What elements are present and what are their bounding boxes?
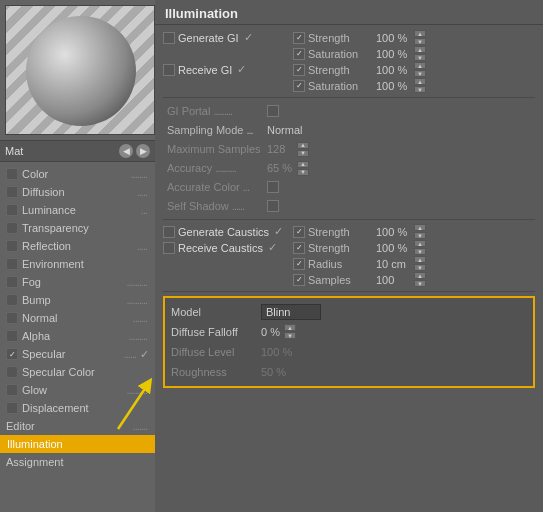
environment-check[interactable] — [6, 258, 18, 270]
radius-stepper[interactable]: ▲ ▼ — [414, 256, 426, 271]
stepper-down6[interactable]: ▼ — [297, 169, 309, 176]
generate-gi-icon: ✓ — [244, 31, 253, 44]
gen-gi-strength-check[interactable] — [293, 32, 305, 44]
stepper-up11[interactable]: ▲ — [284, 324, 296, 331]
gi-portal-checkbox[interactable] — [267, 105, 279, 117]
sidebar-item-assignment[interactable]: Assignment — [0, 453, 155, 471]
stepper-up[interactable]: ▲ — [414, 30, 426, 37]
sidebar-item-displacement[interactable]: Displacement — [0, 399, 155, 417]
model-value[interactable]: Blinn — [261, 304, 321, 320]
gen-gi-sat-stepper[interactable]: ▲ ▼ — [414, 46, 426, 61]
receive-gi-label: Receive GI — [178, 64, 232, 76]
max-samples-stepper[interactable]: ▲ ▼ — [297, 142, 309, 157]
reflection-check[interactable] — [6, 240, 18, 252]
recv-gi-strength-stepper[interactable]: ▲ ▼ — [414, 62, 426, 77]
recv-caus-str-label: Strength — [308, 242, 373, 254]
normal-check[interactable] — [6, 312, 18, 324]
sidebar-item-bump[interactable]: Bump .......... — [0, 291, 155, 309]
stepper-up7[interactable]: ▲ — [414, 224, 426, 231]
displacement-check[interactable] — [6, 402, 18, 414]
prev-icon[interactable]: ◀ — [119, 144, 133, 158]
stepper-down11[interactable]: ▼ — [284, 332, 296, 339]
gi-portal-label: GI Portal ......... — [167, 105, 267, 117]
sidebar-item-alpha[interactable]: Alpha ......... — [0, 327, 155, 345]
specular-color-check[interactable] — [6, 366, 18, 378]
sidebar-item-fog[interactable]: Fog .......... — [0, 273, 155, 291]
receive-gi-checkbox[interactable] — [163, 64, 175, 76]
glow-check[interactable] — [6, 384, 18, 396]
gen-gi-sat-group: Saturation 100 % ▲ ▼ — [293, 46, 426, 61]
generate-gi-checkbox[interactable] — [163, 32, 175, 44]
recv-gi-sat-check[interactable] — [293, 80, 305, 92]
recv-gi-strength-val: 100 % — [376, 64, 411, 76]
gen-gi-strength-val: 100 % — [376, 32, 411, 44]
recv-caustics-checkbox[interactable] — [163, 242, 175, 254]
gen-gi-strength-stepper[interactable]: ▲ ▼ — [414, 30, 426, 45]
accuracy-stepper[interactable]: ▲ ▼ — [297, 161, 309, 176]
next-icon[interactable]: ▶ — [136, 144, 150, 158]
sidebar-item-normal[interactable]: Normal ....... — [0, 309, 155, 327]
samples-check[interactable] — [293, 274, 305, 286]
self-shadow-label: Self Shadow ...... — [167, 200, 267, 212]
self-shadow-row: Self Shadow ...... — [163, 197, 535, 215]
sidebar-item-reflection[interactable]: Reflection ..... — [0, 237, 155, 255]
sidebar-item-luminance[interactable]: Luminance ... — [0, 201, 155, 219]
stepper-down7[interactable]: ▼ — [414, 232, 426, 239]
sidebar-item-illumination[interactable]: Illumination — [0, 435, 155, 453]
stepper-down4[interactable]: ▼ — [414, 86, 426, 93]
stepper-up8[interactable]: ▲ — [414, 240, 426, 247]
sidebar-item-environment[interactable]: Environment — [0, 255, 155, 273]
stepper-down10[interactable]: ▼ — [414, 280, 426, 287]
stepper-down9[interactable]: ▼ — [414, 264, 426, 271]
stepper-up2[interactable]: ▲ — [414, 46, 426, 53]
alpha-check[interactable] — [6, 330, 18, 342]
fog-check[interactable] — [6, 276, 18, 288]
sidebar-item-glow[interactable]: Glow .......... — [0, 381, 155, 399]
sampling-mode-value: Normal — [267, 124, 302, 136]
sidebar-item-color[interactable]: Color ........ — [0, 165, 155, 183]
specular-color-label: Specular Color — [22, 366, 149, 378]
stepper-down3[interactable]: ▼ — [414, 70, 426, 77]
sidebar-item-transparency[interactable]: Transparency — [0, 219, 155, 237]
gen-caus-str-check[interactable] — [293, 226, 305, 238]
sidebar-item-specular-color[interactable]: Specular Color — [0, 363, 155, 381]
transparency-check[interactable] — [6, 222, 18, 234]
stepper-down2[interactable]: ▼ — [414, 54, 426, 61]
stepper-up6[interactable]: ▲ — [297, 161, 309, 168]
stepper-up5[interactable]: ▲ — [297, 142, 309, 149]
gen-caus-str-stepper[interactable]: ▲ ▼ — [414, 224, 426, 239]
stepper-up3[interactable]: ▲ — [414, 62, 426, 69]
bump-check[interactable] — [6, 294, 18, 306]
sidebar-item-diffusion[interactable]: Diffusion ..... — [0, 183, 155, 201]
color-check[interactable] — [6, 168, 18, 180]
sidebar-item-editor[interactable]: Editor ....... — [0, 417, 155, 435]
diffusion-dots: ..... — [137, 186, 147, 198]
assignment-label: Assignment — [6, 456, 149, 468]
diffuse-level-row: Diffuse Level 100 % — [171, 342, 527, 361]
stepper-up9[interactable]: ▲ — [414, 256, 426, 263]
gen-gi-sat-label: Saturation — [308, 48, 373, 60]
radius-check[interactable] — [293, 258, 305, 270]
stepper-down[interactable]: ▼ — [414, 38, 426, 45]
diff-falloff-stepper[interactable]: ▲ ▼ — [284, 324, 296, 339]
right-panel: Illumination Generate GI ✓ Strength 100 … — [155, 0, 543, 512]
recv-gi-strength-check[interactable] — [293, 64, 305, 76]
stepper-down5[interactable]: ▼ — [297, 150, 309, 157]
mat-label-bar: Mat ◀ ▶ — [0, 140, 155, 162]
samples-stepper[interactable]: ▲ ▼ — [414, 272, 426, 287]
gen-gi-sat-val: 100 % — [376, 48, 411, 60]
diffusion-check[interactable] — [6, 186, 18, 198]
stepper-up10[interactable]: ▲ — [414, 272, 426, 279]
stepper-up4[interactable]: ▲ — [414, 78, 426, 85]
gen-gi-sat-check[interactable] — [293, 48, 305, 60]
self-shadow-checkbox[interactable] — [267, 200, 279, 212]
recv-gi-sat-stepper[interactable]: ▲ ▼ — [414, 78, 426, 93]
gen-caustics-checkbox[interactable] — [163, 226, 175, 238]
sidebar-item-specular[interactable]: Specular ...... ✓ — [0, 345, 155, 363]
specular-check[interactable] — [6, 348, 18, 360]
stepper-down8[interactable]: ▼ — [414, 248, 426, 255]
accurate-color-checkbox[interactable] — [267, 181, 279, 193]
recv-caus-str-stepper[interactable]: ▲ ▼ — [414, 240, 426, 255]
recv-caus-str-check[interactable] — [293, 242, 305, 254]
luminance-check[interactable] — [6, 204, 18, 216]
